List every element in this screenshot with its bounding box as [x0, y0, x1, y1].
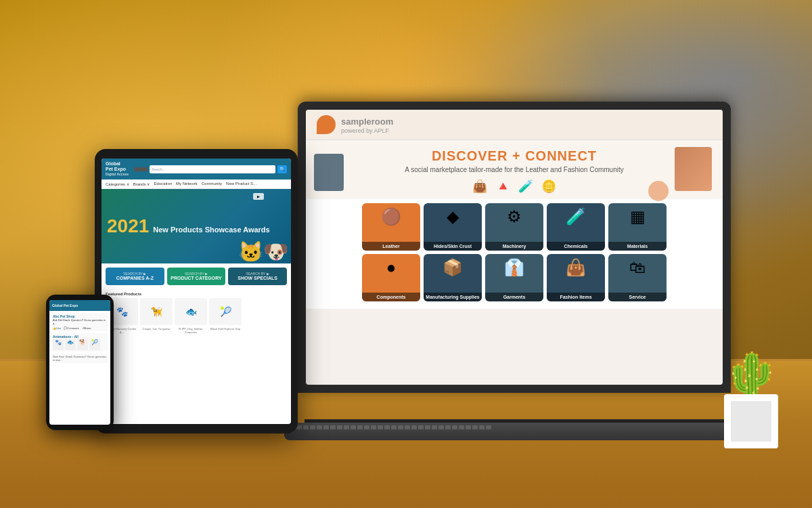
sr-logo-tagline: powered by APLF — [341, 127, 393, 134]
gpe-product-4[interactable]: 🎾 — [209, 298, 242, 325]
sr-header: sampleroom powered by APLF — [306, 110, 723, 140]
key — [303, 425, 309, 429]
gpe-nav-brands[interactable]: Brands ∨ — [133, 182, 150, 186]
product-grid: 🐾 🐟 🐕 🎾 — [53, 339, 107, 350]
laptop-keyboard — [284, 423, 744, 440]
post-actions: 👍Like 💬Comment ↗Share — [53, 326, 107, 330]
gpe-nav-education[interactable]: Education — [154, 182, 172, 186]
gpe-btn-show[interactable]: SEARCH BY ▶ SHOW SPECIALS — [228, 268, 287, 285]
comment-btn[interactable]: 💬Comment — [64, 326, 78, 330]
triangle-icon: 🔺 — [495, 179, 510, 194]
phone-content: Abc Pet Shop Ask Did Drank Question? Gro… — [49, 311, 110, 367]
gpe-header: GlobalPet ExpoDigital Access Search... 🔍 — [102, 158, 291, 179]
tablet-device: GlobalPet ExpoDigital Access Search... 🔍… — [95, 149, 298, 433]
post-author-2: Animations - All — [53, 335, 107, 339]
gpe-banner-content: 2021 New Products Showcase Awards — [107, 217, 270, 236]
key — [432, 425, 437, 429]
sr-cat-garments[interactable]: 👔 Garments — [485, 254, 543, 301]
flask-icon: 🧪 — [518, 179, 533, 194]
sr-cat-leather[interactable]: 🟤 Leather — [362, 203, 420, 251]
fashion-icon: 👜 — [547, 258, 605, 277]
gpe-nav-network[interactable]: My Network — [176, 182, 198, 186]
gpe-product-title: PRODUCT CATEGORY — [170, 276, 223, 281]
key — [486, 425, 491, 429]
key — [459, 425, 464, 429]
gpe-nav-products[interactable]: New Product S... — [226, 182, 256, 186]
key — [323, 425, 329, 429]
hides-icon: ◆ — [424, 207, 482, 226]
phone-screen: Global Pet Expo Abc Pet Shop Ask Did Dra… — [49, 300, 110, 425]
sr-logo-icon — [317, 115, 336, 134]
search-icon: 🔍 — [279, 167, 286, 172]
sr-cat-components[interactable]: ● Components — [362, 254, 420, 301]
sr-cat-service[interactable]: 🛍 Service — [608, 254, 667, 301]
sr-deco-circle — [648, 181, 669, 201]
sr-cat-machinery-label: Machinery — [485, 242, 543, 251]
gpe-search-button[interactable]: 🔍 — [277, 165, 287, 173]
tablet-screen: GlobalPet ExpoDigital Access Search... 🔍… — [102, 158, 291, 424]
sr-cat-chemicals[interactable]: 🧪 Chemicals — [547, 203, 605, 251]
phone-bezel: Global Pet Expo Abc Pet Shop Ask Did Dra… — [46, 295, 114, 430]
key — [364, 425, 369, 429]
gpe-banner-title: New Products Showcase Awards — [153, 226, 269, 234]
like-btn[interactable]: 👍Like — [53, 326, 61, 330]
key — [452, 425, 457, 429]
phone-notch — [73, 296, 87, 299]
sr-row-1: 🟤 Leather ◆ Hides/Skin Crust ⚙ Machinery… — [314, 203, 715, 251]
laptop-device: sampleroom powered by APLF DISCOVER + CO… — [284, 102, 744, 440]
sr-deco-texture-right — [675, 147, 712, 191]
key — [472, 425, 478, 429]
garments-icon: 👔 — [485, 258, 543, 277]
gpe-search-input[interactable]: Search... — [150, 165, 275, 173]
phone-header: Global Pet Expo — [49, 300, 110, 311]
tablet-bezel: GlobalPet ExpoDigital Access Search... 🔍… — [95, 149, 298, 433]
sr-cat-hides[interactable]: ◆ Hides/Skin Crust — [424, 203, 482, 251]
gpe-search-row: Search... 🔍 — [134, 165, 287, 173]
gpe-btn-companies[interactable]: SEARCH BY ▶ COMPANIES A-Z — [106, 268, 164, 285]
phone-post-1: Abc Pet Shop Ask Did Drank Question? Gro… — [51, 313, 108, 331]
sr-cat-materials[interactable]: ▦ Materials — [608, 203, 667, 251]
key — [391, 425, 397, 429]
sr-cat-machinery[interactable]: ⚙ Machinery — [485, 203, 543, 251]
phone-device: Global Pet Expo Abc Pet Shop Ask Did Dra… — [46, 295, 114, 430]
gpe-product-2[interactable]: 🦮 — [140, 298, 173, 325]
gpe-product-3[interactable]: 🐟 — [175, 298, 207, 325]
sr-cat-leather-label: Leather — [362, 242, 420, 251]
gpe-nav-community[interactable]: Community — [202, 182, 222, 186]
leather-icon: 🟤 — [362, 207, 420, 226]
phone-logo-text: Global Pet Expo — [52, 303, 78, 308]
keyboard-keys — [284, 423, 744, 432]
product-thumb-2[interactable]: 🐟 — [65, 339, 76, 350]
share-btn[interactable]: ↗Share — [82, 326, 91, 330]
sr-hero-title: DISCOVER + CONNECT — [317, 148, 712, 164]
video-play-button[interactable]: ▶ — [253, 193, 264, 200]
product-thumb-4[interactable]: 🎾 — [89, 339, 100, 350]
search-placeholder: Search... — [152, 167, 165, 171]
sr-hero-section: DISCOVER + CONNECT A social marketplace … — [306, 140, 723, 199]
key — [384, 425, 390, 429]
key — [445, 425, 451, 429]
phone-post-3: New Sour Drank Gummies? Gross gummies is… — [51, 354, 108, 363]
product-thumb-3[interactable]: 🐕 — [77, 339, 88, 350]
post-text-1: Ask Did Drank Question? Gross gummies is… — [53, 318, 107, 325]
sr-cat-service-label: Service — [608, 293, 667, 301]
product-thumb-1[interactable]: 🐾 — [53, 339, 64, 350]
key — [330, 425, 336, 429]
gpe-banner: 🐱🐶 2021 New Products Showcase Awards ▶ — [102, 189, 291, 263]
key — [405, 425, 410, 429]
search-dropdown[interactable] — [134, 167, 148, 171]
sr-logo-name: sampleroom — [341, 117, 393, 127]
gpe-featured-title: Featured Products — [106, 292, 287, 296]
key — [438, 425, 444, 429]
sr-cat-fashion[interactable]: 👜 Fashion Items — [547, 254, 605, 301]
sr-row-2: ● Components 📦 Manufacturing Supplies 👔 … — [314, 254, 715, 301]
sr-cat-mfg[interactable]: 📦 Manufacturing Supplies — [424, 254, 482, 301]
product-label-2: Casper, Cat, Turquoise — [140, 327, 173, 334]
sr-cat-chemicals-label: Chemicals — [547, 242, 605, 251]
key — [344, 425, 349, 429]
gpe-nav-categories[interactable]: Categories ∨ — [106, 182, 129, 186]
sr-cat-mfg-label: Manufacturing Supplies — [424, 293, 482, 301]
gpe-btn-product[interactable]: SEARCH BY ▶ PRODUCT CATEGORY — [167, 268, 226, 285]
gpe-logo-sub: Digital Access — [106, 172, 129, 176]
gpe-nav: Categories ∨ Brands ∨ Education My Netwo… — [102, 179, 291, 189]
